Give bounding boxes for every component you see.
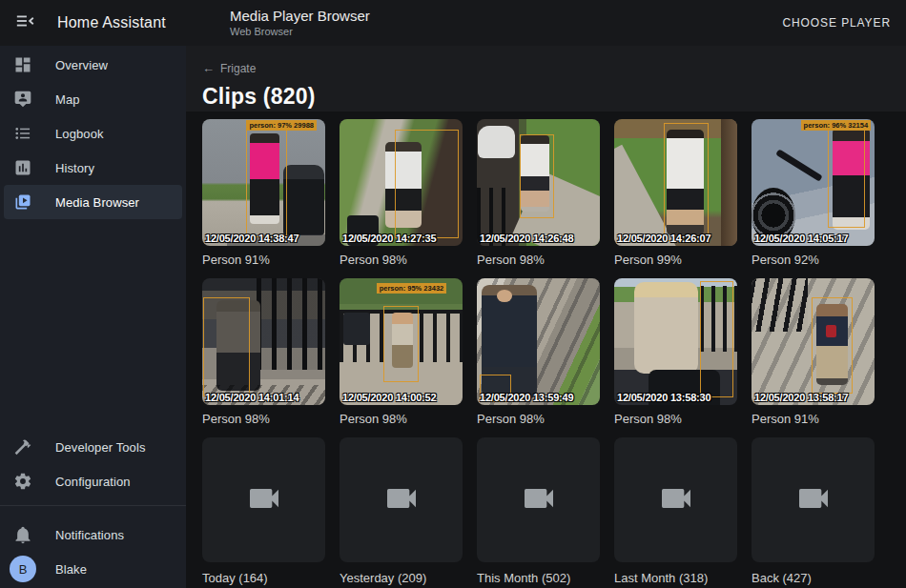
sidebar-divider xyxy=(0,505,186,506)
folder-thumbnail xyxy=(614,437,737,562)
sidebar-item-developer-tools[interactable]: Developer Tools xyxy=(0,430,186,464)
detection-bounding-box xyxy=(520,134,554,218)
detection-bounding-box xyxy=(383,306,418,382)
folder-tile-this-month[interactable]: This Month (502) xyxy=(477,437,600,586)
clip-timestamp-overlay: 12/05/2020 14:00:52 xyxy=(342,392,436,403)
clip-tile[interactable]: person: 97% 29988 12/05/2020 14:38:47 Pe… xyxy=(202,119,325,268)
clip-timestamp-overlay: 12/05/2020 13:59:49 xyxy=(480,392,573,403)
clip-tile[interactable]: 12/05/2020 13:58:30 Person 98% xyxy=(614,278,737,427)
clip-thumbnail: 12/05/2020 13:59:49 xyxy=(477,278,600,405)
hammer-icon xyxy=(13,437,32,456)
folder-tile-today[interactable]: Today (164) xyxy=(202,437,325,586)
clip-label: Person 98% xyxy=(340,253,463,268)
list-bulleted-icon xyxy=(13,124,32,143)
scene-railing xyxy=(257,278,325,370)
folder-tile-last-month[interactable]: Last Month (318) xyxy=(614,437,737,586)
sidebar-item-label: History xyxy=(55,161,94,175)
breadcrumb-back-frigate[interactable]: ← Frigate xyxy=(202,61,256,75)
scene-stroller-figure xyxy=(283,165,324,235)
sidebar-item-history[interactable]: History xyxy=(0,151,186,185)
gear-icon xyxy=(13,472,32,491)
page-title-block: Media Player Browser Web Browser xyxy=(230,8,370,38)
clip-tile[interactable]: 12/05/2020 14:27:35 Person 98% xyxy=(340,119,463,268)
menu-open-icon xyxy=(15,10,36,35)
sidebar-item-map[interactable]: Map xyxy=(0,82,186,116)
sidebar-item-label: Configuration xyxy=(55,475,131,489)
clip-timestamp-overlay: 12/05/2020 14:26:48 xyxy=(480,233,573,244)
folder-thumbnail xyxy=(477,437,600,562)
sidebar-item-label: Map xyxy=(55,92,80,107)
folder-thumbnail xyxy=(202,437,325,562)
sidebar-item-logbook[interactable]: Logbook xyxy=(0,116,186,151)
clip-tile[interactable]: 12/05/2020 13:58:17 Person 91% xyxy=(752,278,875,427)
sidebar-item-media-browser[interactable]: Media Browser xyxy=(4,185,182,219)
view-dashboard-icon xyxy=(13,55,32,74)
avatar: B xyxy=(10,556,36,582)
video-camera-icon xyxy=(245,479,283,521)
sidebar-item-label: Developer Tools xyxy=(55,440,145,455)
detection-score-label: person: 96% 32154 xyxy=(801,120,872,131)
clip-timestamp-overlay: 12/05/2020 14:27:35 xyxy=(342,233,436,244)
folder-tile-back[interactable]: Back (427) xyxy=(752,437,875,586)
clip-thumbnail: 12/05/2020 14:27:35 xyxy=(340,119,463,246)
clip-label: Person 98% xyxy=(340,412,463,427)
content-header: ← Frigate Clips (820) xyxy=(186,46,906,112)
folder-tile-yesterday[interactable]: Yesterday (209) xyxy=(340,437,463,586)
clip-tile[interactable]: 12/05/2020 13:59:49 Person 98% xyxy=(477,278,600,427)
clip-tile[interactable]: 12/05/2020 14:26:48 Person 98% xyxy=(477,119,600,268)
user-name-label: Blake xyxy=(55,562,87,577)
detection-bounding-box xyxy=(828,127,865,228)
folder-thumbnail xyxy=(752,437,875,562)
sidebar: Overview Map Logbook History Media Brows… xyxy=(0,46,186,588)
sidebar-item-label: Media Browser xyxy=(55,195,139,210)
clip-timestamp-overlay: 12/05/2020 13:58:17 xyxy=(754,392,848,403)
clip-tile[interactable]: 12/05/2020 14:26:07 Person 99% xyxy=(614,119,737,268)
bell-icon xyxy=(13,525,32,544)
clip-label: Person 99% xyxy=(614,253,737,268)
video-camera-icon xyxy=(794,479,833,521)
play-box-multiple-icon xyxy=(13,193,32,212)
detection-score-label: person: 97% 29988 xyxy=(246,120,317,131)
clip-tile[interactable]: 12/05/2020 14:01:14 Person 98% xyxy=(202,278,325,427)
clip-thumbnail: 12/05/2020 14:26:48 xyxy=(477,119,600,246)
scene-person-figure xyxy=(634,282,698,374)
video-camera-icon xyxy=(520,479,558,521)
clip-timestamp-overlay: 12/05/2020 14:05:17 xyxy=(754,233,848,244)
sidebar-item-notifications[interactable]: Notifications xyxy=(0,517,186,552)
media-browser-content: ← Frigate Clips (820) person: 97% 29988 … xyxy=(186,46,906,588)
page-subtitle: Web Browser xyxy=(230,26,370,38)
scene-handlebar xyxy=(776,149,823,181)
detection-bounding-box xyxy=(395,130,459,238)
clip-thumbnail: 12/05/2020 13:58:30 xyxy=(614,278,737,405)
sidebar-item-user-profile[interactable]: B Blake xyxy=(0,552,186,586)
sidebar-item-configuration[interactable]: Configuration xyxy=(0,464,186,498)
back-arrow-icon: ← xyxy=(202,61,215,75)
detection-bounding-box xyxy=(664,123,710,241)
detection-bounding-box xyxy=(203,297,250,396)
scene-car-figure xyxy=(478,126,515,159)
choose-player-button[interactable]: CHOOSE PLAYER xyxy=(767,9,906,37)
clip-thumbnail: person: 96% 32154 12/05/2020 14:05:17 xyxy=(752,119,875,246)
clips-grid: person: 97% 29988 12/05/2020 14:38:47 Pe… xyxy=(202,119,906,586)
sidebar-item-label: Overview xyxy=(55,58,108,72)
clip-thumbnail: person: 97% 29988 12/05/2020 14:38:47 xyxy=(202,119,325,246)
clip-label: Person 98% xyxy=(477,412,600,427)
clip-label: Person 91% xyxy=(202,253,325,268)
clip-tile[interactable]: person: 96% 32154 12/05/2020 14:05:17 Pe… xyxy=(752,119,875,268)
sidebar-bottom: Developer Tools Configuration Notificati… xyxy=(0,430,186,588)
folder-label: Back (427) xyxy=(752,571,875,586)
folder-label: Yesterday (209) xyxy=(340,571,463,586)
account-tooltip-icon xyxy=(13,90,32,109)
clip-timestamp-overlay: 12/05/2020 14:38:47 xyxy=(205,233,299,244)
breadcrumb-label: Frigate xyxy=(220,62,256,75)
clip-label: Person 98% xyxy=(202,412,325,427)
detection-bounding-box xyxy=(246,126,287,237)
sidebar-item-label: Notifications xyxy=(55,528,124,542)
clip-tile[interactable]: person: 95% 23432 12/05/2020 14:00:52 Pe… xyxy=(340,278,463,427)
clip-label: Person 98% xyxy=(477,253,600,268)
sidebar-item-overview[interactable]: Overview xyxy=(0,48,186,82)
scene-fence xyxy=(752,278,808,332)
video-camera-icon xyxy=(657,479,695,521)
sidebar-toggle-button[interactable] xyxy=(15,12,36,33)
scene-object xyxy=(343,313,370,346)
